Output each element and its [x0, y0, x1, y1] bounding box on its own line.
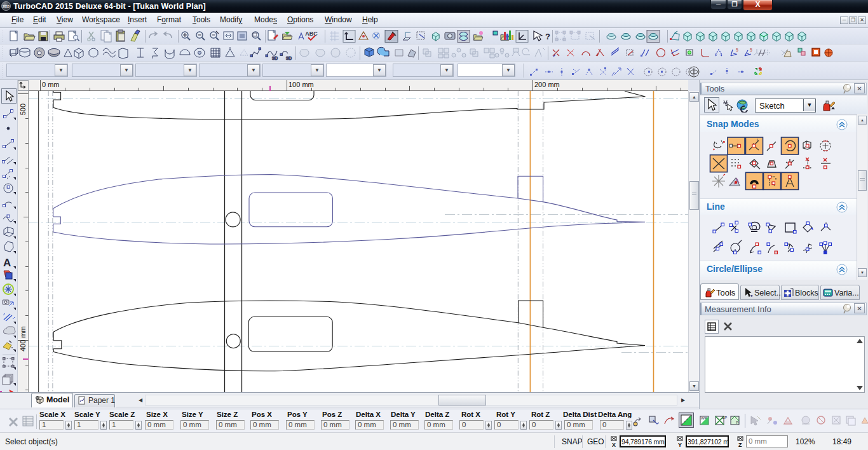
svg-text:5: 5 [736, 48, 738, 52]
svg-text:X: X [612, 442, 616, 447]
svg-text:Y: Y [678, 442, 682, 447]
svg-text:0 mm: 0 mm [42, 81, 60, 88]
svg-text:500: 500 [19, 104, 27, 115]
svg-text:100 mm: 100 mm [288, 81, 314, 88]
svg-text:3D: 3D [272, 56, 278, 60]
svg-text:3D: 3D [286, 56, 292, 60]
svg-text:?: ? [545, 32, 550, 41]
svg-text:200 mm: 200 mm [534, 81, 560, 88]
svg-text:P: P [736, 421, 738, 425]
svg-text:A: A [3, 257, 11, 269]
svg-text:WP: WP [701, 416, 707, 420]
svg-text:5: 5 [750, 48, 752, 52]
svg-text:CP: CP [722, 416, 727, 419]
svg-text:400 mm: 400 mm [19, 326, 27, 351]
svg-text:Z: Z [738, 442, 742, 447]
svg-text:ABC: ABC [305, 31, 318, 37]
